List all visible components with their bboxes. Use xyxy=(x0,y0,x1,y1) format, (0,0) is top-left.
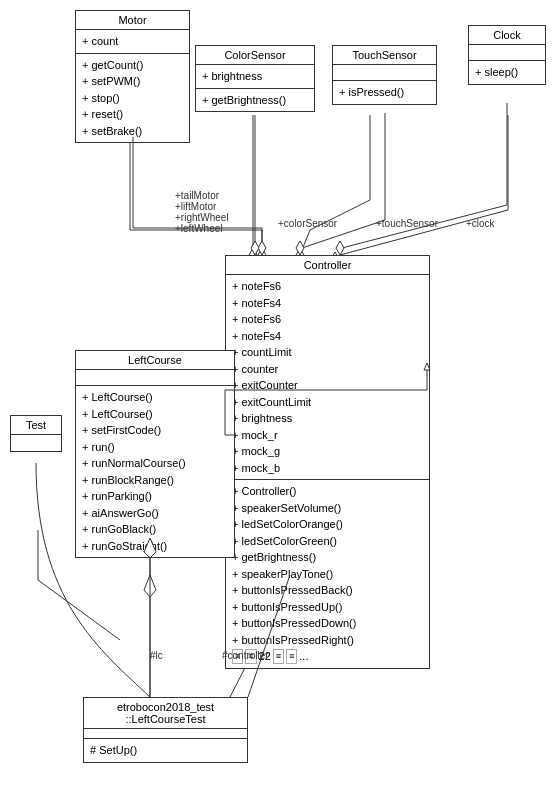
touchsensor-methods: + isPressed() xyxy=(333,81,436,104)
motor-method-4: + setBrake() xyxy=(82,123,183,140)
motor-method-2: + stop() xyxy=(82,90,183,107)
ctrl-attr-0: + noteFs6 xyxy=(232,278,423,295)
colorsensor-attributes: + brightness xyxy=(196,65,314,89)
motor-method-0: + getCount() xyxy=(82,57,183,74)
touchsensor-label: +touchSensor xyxy=(376,218,438,229)
controller-label: #controller xyxy=(222,650,269,661)
test-empty xyxy=(11,435,61,451)
ctrl-method-0: + Controller() xyxy=(232,483,423,500)
ctrl-method-3: + ledSetColorGreen() xyxy=(232,533,423,550)
ctrl-attr-9: + mock_r xyxy=(232,427,423,444)
diagram-container: Motor + count + getCount() + setPWM() + … xyxy=(0,0,555,797)
etrobocon-header: etrobocon2018_test ::LeftCourseTest xyxy=(84,698,247,729)
ctrl-attr-1: + noteFs4 xyxy=(232,295,423,312)
ctrl-attr-2: + noteFs6 xyxy=(232,311,423,328)
lc-method-6: + runParking() xyxy=(82,488,228,505)
touchsensor-empty xyxy=(333,65,436,81)
ctrl-method-8: + buttonIsPressedDown() xyxy=(232,615,423,632)
ctrl-attr-5: + counter xyxy=(232,361,423,378)
controller-box: Controller + noteFs6 + noteFs4 + noteFs6… xyxy=(225,255,430,669)
etrobocon-empty xyxy=(84,729,247,739)
clock-empty xyxy=(469,45,545,61)
etrobocon-methods: # SetUp() xyxy=(84,739,247,762)
svg-line-11 xyxy=(340,210,508,255)
ctrl-attr-8: + brightness xyxy=(232,410,423,427)
ctrl-attr-10: + mock_g xyxy=(232,443,423,460)
clock-method-0: + sleep() xyxy=(475,64,539,81)
touchsensor-method-0: + isPressed() xyxy=(339,84,430,101)
ctrl-attr-6: + exitCounter xyxy=(232,377,423,394)
leftcourse-methods: + LeftCourse() + LeftCourse() + setFirst… xyxy=(76,386,234,557)
motor-box: Motor + count + getCount() + setPWM() + … xyxy=(75,10,190,143)
test-header: Test xyxy=(11,416,61,435)
lc-method-2: + setFirstCode() xyxy=(82,422,228,439)
lc-label: #lc xyxy=(150,650,163,661)
ctrl-method-2: + ledSetColorOrange() xyxy=(232,516,423,533)
lc-method-5: + runBlockRange() xyxy=(82,472,228,489)
svg-marker-18 xyxy=(144,575,156,597)
controller-header: Controller xyxy=(226,256,429,275)
touchsensor-box: TouchSensor + isPressed() xyxy=(332,45,437,105)
colorsensor-box: ColorSensor + brightness + getBrightness… xyxy=(195,45,315,112)
ctrl-attr-4: + countLimit xyxy=(232,344,423,361)
leftcourse-box: LeftCourse + LeftCourse() + LeftCourse()… xyxy=(75,350,235,558)
lc-method-9: + runGoStraight() xyxy=(82,538,228,555)
ctrl-attr-3: + noteFs4 xyxy=(232,328,423,345)
clock-methods: + sleep() xyxy=(469,61,545,84)
clock-header: Clock xyxy=(469,26,545,45)
ctrl-attr-11: + mock_b xyxy=(232,460,423,477)
leftcourse-header: LeftCourse xyxy=(76,351,234,370)
motor-header: Motor xyxy=(76,11,189,30)
colorsensor-method-0: + getBrightness() xyxy=(202,92,308,109)
motor-method-3: + reset() xyxy=(82,106,183,123)
motor-attr-count: + count xyxy=(82,33,183,50)
colorsensor-attr-0: + brightness xyxy=(202,68,308,85)
ctrl-method-4: + getBrightness() xyxy=(232,549,423,566)
lc-method-3: + run() xyxy=(82,439,228,456)
test-box: Test xyxy=(10,415,62,452)
etrobocon-box: etrobocon2018_test ::LeftCourseTest # Se… xyxy=(83,697,248,763)
svg-marker-33 xyxy=(336,241,344,255)
colorsensor-label: +colorSensor xyxy=(278,218,337,229)
ctrl-method-6: + buttonIsPressedBack() xyxy=(232,582,423,599)
motor-method-1: + setPWM() xyxy=(82,73,183,90)
touchsensor-header: TouchSensor xyxy=(333,46,436,65)
clock-box: Clock + sleep() xyxy=(468,25,546,85)
lc-method-7: + aiAnswerGo() xyxy=(82,505,228,522)
controller-methods: + Controller() + speakerSetVolume() + le… xyxy=(226,480,429,668)
lc-method-1: + LeftCourse() xyxy=(82,406,228,423)
motor-methods: + getCount() + setPWM() + stop() + reset… xyxy=(76,54,189,143)
colorsensor-methods: + getBrightness() xyxy=(196,89,314,112)
lc-method-0: + LeftCourse() xyxy=(82,389,228,406)
ctrl-method-9: + buttonIsPressedRight() xyxy=(232,632,423,649)
svg-marker-25 xyxy=(258,241,266,255)
ctrl-method-1: + speakerSetVolume() xyxy=(232,500,423,517)
tail-motor-label: +tailMotor +liftMotor +rightWheel +leftW… xyxy=(175,190,229,234)
colorsensor-header: ColorSensor xyxy=(196,46,314,65)
etrobocon-method-0: # SetUp() xyxy=(90,742,241,759)
motor-attributes: + count xyxy=(76,30,189,54)
lc-method-8: + runGoBlack() xyxy=(82,521,228,538)
leftcourse-empty xyxy=(76,370,234,386)
ctrl-method-5: + speakerPlayTone() xyxy=(232,566,423,583)
svg-line-8 xyxy=(300,230,310,255)
ctrl-method-7: + buttonIsPressedUp() xyxy=(232,599,423,616)
clock-label: +clock xyxy=(466,218,495,229)
svg-marker-27 xyxy=(251,241,259,255)
svg-line-16 xyxy=(38,580,120,640)
svg-marker-30 xyxy=(296,241,304,255)
controller-attributes: + noteFs6 + noteFs4 + noteFs6 + noteFs4 … xyxy=(226,275,429,480)
lc-method-4: + runNormalCourse() xyxy=(82,455,228,472)
ctrl-attr-7: + exitCountLimit xyxy=(232,394,423,411)
